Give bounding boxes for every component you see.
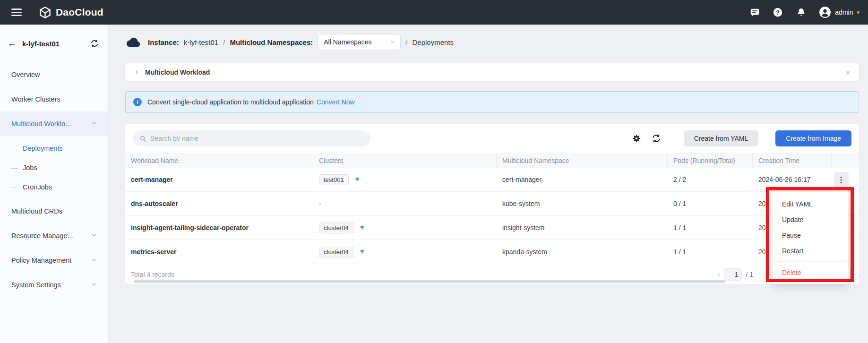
- namespace-select[interactable]: All Namespaces: [318, 34, 401, 50]
- chevron-right-icon: [134, 69, 139, 75]
- deployments-card: Create from YAML Create from Image Workl…: [125, 124, 859, 284]
- brand-name: DaoCloud: [56, 7, 103, 18]
- cluster-tag: test001: [319, 174, 349, 185]
- cloud-icon: [125, 36, 141, 48]
- workload-name: metrics-server: [125, 248, 313, 256]
- back-arrow-icon[interactable]: ←: [8, 38, 17, 49]
- sidebar-item-cronjobs[interactable]: —CronJobs: [0, 177, 108, 197]
- menu-item-update[interactable]: Update: [773, 212, 848, 227]
- convert-now-link[interactable]: Convert Now: [317, 98, 355, 106]
- table-row: dns-autoscaler - kube-system 0 / 1 20: [125, 192, 859, 216]
- page-input[interactable]: [724, 268, 742, 281]
- menu-toggle-icon[interactable]: [11, 9, 22, 16]
- search-box[interactable]: [133, 130, 370, 146]
- clusters-cell: cluster04 ♥: [313, 223, 497, 233]
- menu-item-restart[interactable]: Restart: [773, 243, 848, 258]
- workload-name: cert-manager: [125, 176, 313, 183]
- workload-name: dns-autoscaler: [125, 200, 313, 207]
- username: admin: [835, 9, 853, 16]
- sidebar-item-system-settings[interactable]: System Settings: [0, 273, 108, 297]
- chevron-down-icon: ▾: [857, 9, 859, 16]
- sidebar-item-multicloud-workload[interactable]: Multicloud Worklo...: [0, 111, 108, 136]
- sidebar-item-resource-management[interactable]: Resource Manage...: [0, 223, 108, 248]
- table-row: metrics-server cluster04 ♥ kpanda-system…: [125, 240, 859, 264]
- health-heart-icon: ♥: [355, 175, 360, 183]
- topbar: DaoCloud ? admin ▾: [0, 0, 868, 25]
- create-from-image-button[interactable]: Create from Image: [775, 130, 851, 146]
- clusters-cell: cluster04 ♥: [313, 247, 497, 257]
- table-row: cert-manager test001 ♥ cert-manager 2 / …: [125, 168, 859, 192]
- refresh-icon[interactable]: [652, 134, 661, 143]
- chevron-down-icon: [91, 257, 97, 264]
- search-input[interactable]: [150, 135, 364, 142]
- row-actions-kebab-icon[interactable]: ⋮: [834, 172, 849, 187]
- user-menu[interactable]: admin ▾: [819, 6, 859, 18]
- instance-label: Instance:: [148, 38, 179, 46]
- help-icon[interactable]: ?: [773, 7, 783, 17]
- chevron-down-icon: [91, 232, 97, 240]
- clusters-cell: test001 ♥: [313, 174, 497, 185]
- menu-divider: [773, 261, 848, 262]
- breadcrumb: Instance: k-lyf-test01 / Multicloud Name…: [125, 32, 859, 52]
- health-heart-icon: ♥: [360, 247, 364, 255]
- chevron-up-icon: [91, 120, 97, 128]
- cluster-tag: cluster04: [319, 247, 353, 257]
- create-from-yaml-button[interactable]: Create from YAML: [684, 130, 759, 146]
- pagination: ‹ / 1: [718, 268, 753, 281]
- panel-title: Multicloud Workload: [145, 69, 210, 76]
- chat-icon[interactable]: [749, 7, 760, 17]
- cluster-tag: cluster04: [319, 223, 353, 233]
- notifications-bell-icon[interactable]: [796, 7, 806, 17]
- workload-name: insight-agent-tailing-sidecar-operator: [125, 224, 313, 232]
- sidebar-item-policy-management[interactable]: Policy Management: [0, 248, 108, 273]
- close-icon[interactable]: ×: [845, 68, 851, 77]
- convert-info-banner: i Convert single-cloud application to mu…: [125, 91, 859, 113]
- brand: DaoCloud: [39, 6, 103, 19]
- row-actions-menu: Edit YAML Update Pause Restart Delete: [773, 192, 848, 284]
- namespaces-label: Multicloud Namespaces:: [230, 38, 313, 46]
- table-header: Workload Name Clusters Multicloud Namesp…: [125, 153, 859, 168]
- svg-text:?: ?: [776, 9, 780, 16]
- sidebar: ← k-lyf-test01 Overview Worker Clusters …: [0, 25, 109, 343]
- menu-item-edit-yaml[interactable]: Edit YAML: [773, 196, 848, 212]
- cluster-title: k-lyf-test01: [22, 40, 90, 48]
- instance-value[interactable]: k-lyf-test01: [184, 38, 218, 46]
- chevron-down-icon: [390, 38, 395, 46]
- health-heart-icon: ♥: [360, 223, 364, 231]
- info-icon: i: [133, 98, 142, 106]
- chevron-down-icon: [91, 281, 97, 289]
- menu-item-pause[interactable]: Pause: [773, 227, 848, 243]
- sidebar-item-overview[interactable]: Overview: [0, 62, 108, 87]
- page-title: Deployments: [412, 38, 454, 46]
- total-records: Total 4 records: [131, 271, 174, 278]
- menu-item-delete[interactable]: Delete: [773, 265, 848, 280]
- sidebar-item-deployments[interactable]: —Deployments: [0, 138, 108, 158]
- horizontal-scrollbar[interactable]: [134, 280, 725, 283]
- column-settings-gear-icon[interactable]: [632, 134, 641, 143]
- multicloud-workload-panel-header[interactable]: Multicloud Workload ×: [125, 63, 859, 81]
- page-total: / 1: [746, 271, 753, 278]
- sidebar-item-worker-clusters[interactable]: Worker Clusters: [0, 87, 108, 111]
- switch-instance-icon[interactable]: [90, 39, 99, 48]
- sidebar-item-multicloud-crds[interactable]: Multicloud CRDs: [0, 199, 108, 223]
- clusters-cell: -: [313, 200, 497, 207]
- table-row: insight-agent-tailing-sidecar-operator c…: [125, 216, 859, 240]
- search-icon: [139, 135, 146, 142]
- avatar-icon: [819, 6, 831, 18]
- daocloud-logo-icon: [39, 6, 52, 19]
- banner-text: Convert single-cloud application to mult…: [147, 98, 314, 106]
- sidebar-item-jobs[interactable]: —Jobs: [0, 158, 108, 177]
- prev-page-icon[interactable]: ‹: [718, 270, 721, 279]
